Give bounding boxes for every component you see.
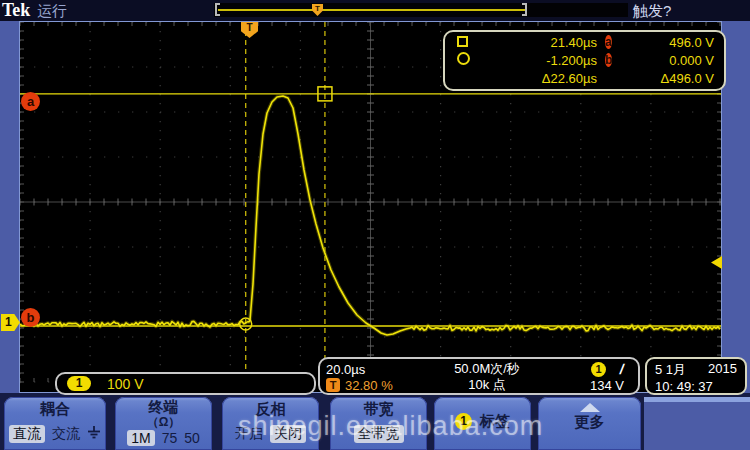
- time-value: 10: 49: 37: [655, 379, 737, 394]
- horizontal-position-bar: T: [214, 3, 628, 17]
- record-length-value: 10k 点: [468, 377, 506, 393]
- circle-cursor-time: -1.200µs: [487, 53, 597, 68]
- acquisition-readout-panel: 20.0µs T 32.80 % 50.0M次/秒 10k 点 1 / 134 …: [318, 357, 640, 395]
- window-bracket-left-icon: [215, 3, 220, 16]
- more-title: 更多: [538, 413, 641, 432]
- invert-title: 反相: [222, 400, 319, 419]
- trigger-source-badge: 1: [591, 362, 606, 377]
- cursor-readout-panel: 21.40µs a 496.0 V -1.200µs b 0.000 V Δ22…: [443, 30, 726, 91]
- channel-scale-value: 100 V: [107, 376, 144, 392]
- termination-50-option[interactable]: 50: [184, 430, 200, 446]
- date-value: 5 1月: [655, 361, 686, 379]
- menu-button-termination[interactable]: 终端 （Ω） 1M 75 50: [115, 397, 212, 450]
- ground-coupling-icon[interactable]: [87, 426, 101, 442]
- cursor-a-readout-badge: a: [605, 35, 612, 49]
- trigger-status-label: 触发?: [633, 2, 671, 21]
- trigger-position-icon: T: [326, 378, 340, 392]
- menu-button-bandwidth[interactable]: 带宽 全带宽: [330, 397, 427, 450]
- coupling-dc-option[interactable]: 直流: [9, 425, 45, 443]
- invert-off-option[interactable]: 关闭: [270, 425, 306, 443]
- trigger-slope-icon: /: [618, 361, 625, 377]
- menu-button-coupling[interactable]: 耦合 直流 交流: [4, 397, 106, 450]
- cursor-delta-time: Δ22.60µs: [487, 71, 597, 86]
- top-status-bar: Tek 运行 T 触发?: [0, 0, 750, 21]
- sample-rate-value: 50.0M次/秒: [454, 361, 520, 377]
- timebase-value: 20.0µs: [326, 361, 428, 377]
- termination-1m-option[interactable]: 1M: [127, 430, 154, 446]
- cursor-b-voltage: 0.000 V: [633, 53, 714, 68]
- bandwidth-full-option[interactable]: 全带宽: [354, 425, 404, 443]
- label-channel-badge: 1: [455, 413, 472, 430]
- cursor-a-voltage: 496.0 V: [633, 35, 714, 50]
- year-value: 2015: [708, 361, 737, 379]
- tek-logo: Tek: [2, 0, 30, 21]
- run-status-label: 运行: [37, 2, 67, 21]
- cursor-a-badge: a: [21, 92, 40, 111]
- datetime-panel: 5 1月 2015 10: 49: 37: [645, 357, 747, 395]
- channel-1-ground-marker: 1: [1, 314, 20, 331]
- channel-1-badge: 1: [67, 376, 91, 391]
- cursor-b-readout-badge: b: [605, 53, 612, 67]
- termination-75-option[interactable]: 75: [162, 430, 178, 446]
- invert-on-option[interactable]: 开启: [235, 425, 263, 443]
- record-view-line: [218, 9, 526, 11]
- bandwidth-title: 带宽: [330, 400, 427, 419]
- menu-button-more[interactable]: 更多: [538, 397, 641, 450]
- channel-readout-panel: 1 100 V: [55, 372, 316, 395]
- window-bracket-right-icon: [522, 3, 527, 16]
- square-cursor-time: 21.40µs: [487, 35, 597, 50]
- more-up-arrow-icon: [580, 403, 600, 412]
- cursor-b-badge: b: [21, 308, 40, 327]
- square-cursor-icon: [457, 36, 468, 47]
- coupling-title: 耦合: [4, 400, 106, 419]
- menu-button-invert[interactable]: 反相 开启 关闭: [222, 397, 319, 450]
- label-title: 标签: [480, 412, 510, 431]
- coupling-ac-option[interactable]: 交流: [52, 425, 80, 443]
- circle-cursor-icon: [457, 52, 470, 65]
- menu-button-label[interactable]: 1 标签: [434, 397, 531, 450]
- bezel-right-panel: [644, 397, 750, 450]
- trigger-position-bar-icon: T: [312, 4, 323, 16]
- trigger-position-value: 32.80 %: [345, 378, 393, 393]
- termination-unit: （Ω）: [115, 417, 212, 428]
- trigger-level-value: 134 V: [546, 377, 630, 393]
- cursor-delta-voltage: Δ496.0 V: [633, 71, 714, 86]
